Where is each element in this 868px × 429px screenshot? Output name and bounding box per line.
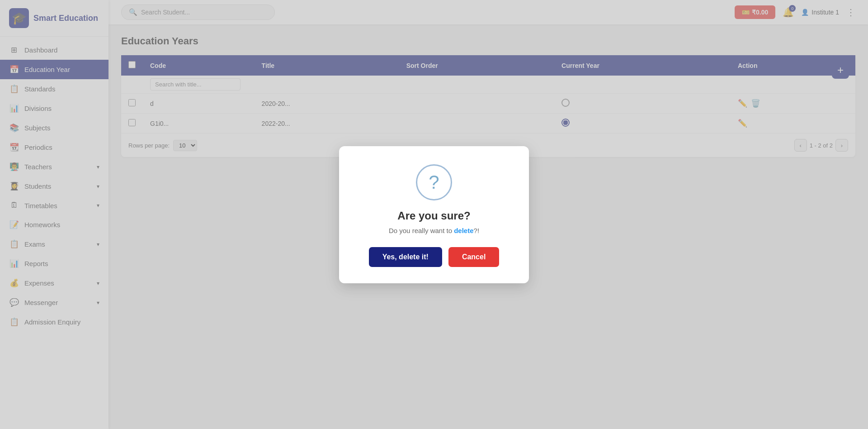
dialog-question-icon: ? [416, 164, 452, 200]
confirm-delete-button[interactable]: Yes, delete it! [369, 247, 442, 267]
dialog-title: Are you sure? [397, 210, 470, 222]
modal-overlay: ? Are you sure? Do you really want to de… [0, 0, 868, 429]
dialog-text-highlight: delete [454, 227, 473, 234]
confirmation-dialog: ? Are you sure? Do you really want to de… [339, 146, 529, 283]
dialog-text-after: ?! [474, 227, 480, 234]
cancel-button[interactable]: Cancel [448, 247, 499, 267]
dialog-text: Do you really want to delete?! [389, 227, 479, 234]
dialog-actions: Yes, delete it! Cancel [369, 247, 500, 267]
question-mark: ? [429, 172, 439, 193]
dialog-text-before: Do you really want to [389, 227, 454, 234]
